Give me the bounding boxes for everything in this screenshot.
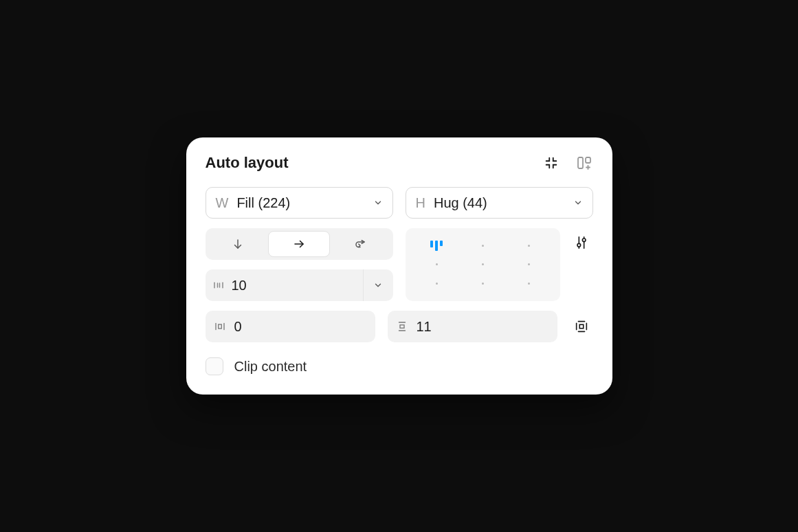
svg-rect-0	[578, 157, 583, 168]
align-middle-center[interactable]	[460, 255, 506, 274]
left-column: 10	[206, 228, 393, 301]
vertical-padding-field[interactable]: 11	[388, 311, 557, 342]
alignment-grid[interactable]	[406, 228, 560, 301]
horizontal-padding-field[interactable]: 0	[206, 311, 375, 342]
svg-point-7	[577, 243, 581, 247]
vertical-padding-icon	[388, 320, 417, 333]
svg-rect-12	[218, 324, 221, 329]
advanced-settings-icon[interactable]	[570, 231, 593, 254]
align-active-icon	[430, 241, 443, 251]
auto-layout-panel: Auto layout W Fill (224)	[186, 137, 612, 395]
size-row: W Fill (224) H Hug (44)	[206, 187, 593, 219]
panel-title: Auto layout	[206, 154, 542, 172]
align-middle-right[interactable]	[506, 255, 552, 274]
width-label: W	[216, 195, 229, 211]
right-column	[406, 228, 593, 301]
height-field[interactable]: H Hug (44)	[406, 187, 593, 219]
add-layout-icon[interactable]	[575, 154, 593, 172]
svg-rect-15	[400, 325, 404, 329]
horizontal-padding-icon	[206, 320, 234, 333]
chevron-down-icon	[373, 198, 383, 208]
align-top-center[interactable]	[460, 236, 506, 255]
gap-dropdown[interactable]	[363, 269, 393, 301]
direction-wrap[interactable]	[330, 231, 390, 257]
panel-header: Auto layout	[206, 154, 593, 172]
align-bottom-center[interactable]	[460, 274, 506, 293]
align-bottom-left[interactable]	[414, 274, 460, 293]
collapse-icon[interactable]	[542, 154, 560, 172]
gap-value: 10	[232, 269, 363, 301]
svg-rect-1	[586, 157, 590, 163]
width-value: Fill (224)	[236, 195, 373, 211]
svg-point-9	[582, 239, 586, 242]
direction-vertical[interactable]	[208, 231, 269, 257]
clip-content-row: Clip content	[206, 357, 593, 375]
header-actions	[542, 154, 593, 172]
padding-row: 0 11	[206, 311, 593, 342]
gap-field[interactable]: 10	[206, 269, 393, 301]
width-field[interactable]: W Fill (224)	[206, 187, 393, 219]
align-bottom-right[interactable]	[506, 274, 552, 293]
clip-content-checkbox[interactable]	[206, 357, 223, 375]
align-top-right[interactable]	[506, 236, 552, 255]
clip-content-label: Clip content	[234, 359, 307, 375]
individual-padding-icon[interactable]	[570, 315, 593, 338]
direction-horizontal[interactable]	[268, 231, 330, 257]
main-row: 10	[206, 228, 593, 301]
svg-rect-20	[579, 324, 584, 329]
align-top-left[interactable]	[414, 236, 460, 255]
direction-segmented	[206, 228, 393, 260]
align-middle-left[interactable]	[414, 255, 460, 274]
chevron-down-icon	[573, 198, 583, 208]
height-label: H	[416, 195, 425, 211]
height-value: Hug (44)	[434, 195, 573, 211]
horizontal-padding-value: 0	[234, 319, 242, 335]
vertical-padding-value: 11	[417, 319, 432, 335]
gap-icon	[206, 269, 232, 301]
